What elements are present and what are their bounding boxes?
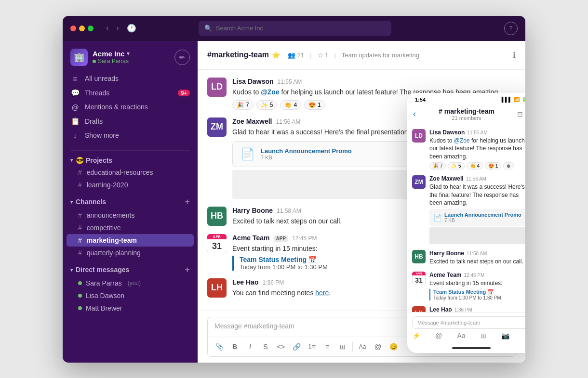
attachment-button[interactable]: 📎 (213, 340, 226, 353)
phone-status-bar: 1:54 ▌▌▌ 📶 🔋 (407, 93, 525, 104)
mention-button[interactable]: @ (371, 340, 385, 353)
chevron-icon: ▾ (70, 267, 73, 273)
projects-section-header[interactable]: ▾ 😎 Projects (67, 155, 194, 166)
sidebar-item-drafts[interactable]: 📋 Drafts (67, 114, 194, 129)
code-button[interactable]: <> (274, 340, 288, 353)
help-button[interactable]: ? (504, 22, 518, 35)
channels-section-header[interactable]: ▾ Channels + (67, 195, 194, 209)
threads-icon: 💬 (70, 89, 80, 97)
channel-topic: Team updates for marketing (342, 52, 419, 59)
phone-event-card[interactable]: Team Status Meeting 📅 Today from 1:00 PM… (429, 289, 525, 300)
phone-msg-author: Acme Team (429, 272, 461, 278)
minimize-button[interactable] (79, 26, 85, 31)
phone-text-icon[interactable]: Aa (457, 332, 465, 339)
phone-back-button[interactable]: ‹ (413, 109, 416, 119)
sidebar-item-all-unreads[interactable]: ≡ All unreads (67, 72, 194, 86)
phone-msg-text: Event starting in 15 minutes: (429, 279, 525, 287)
close-button[interactable] (70, 26, 76, 31)
link[interactable]: here (315, 289, 329, 297)
channel-item-quarterly-planning[interactable]: # quarterly-planning (67, 247, 194, 259)
sidebar-item-show-more[interactable]: ↓ Show more (67, 129, 194, 143)
maximize-button[interactable] (88, 26, 94, 31)
phone-send-icon[interactable]: ➤ (524, 332, 525, 339)
text-format-button[interactable]: Aa (356, 340, 369, 353)
phone-mention: @Zoe (454, 137, 470, 144)
hash-icon: # (78, 211, 82, 219)
phone-msg-header: Lee Hao 1:36 PM (429, 306, 525, 312)
sidebar-item-threads[interactable]: 💬 Threads 9+ (67, 86, 194, 100)
phone-reaction[interactable]: ✨ 5 (448, 162, 464, 169)
back-button[interactable]: ‹ (103, 22, 111, 35)
channel-item-marketing-team[interactable]: # marketing-team (67, 234, 194, 247)
unordered-list-button[interactable]: ≡ (321, 340, 334, 353)
link-button[interactable]: 🔗 (290, 340, 303, 353)
workspace-name[interactable]: Acme Inc ▾ (93, 50, 130, 58)
message-author: Lisa Dawson (232, 78, 274, 85)
phone-reaction[interactable]: ⊕ (503, 162, 514, 169)
star-icon[interactable]: ⭐ (272, 51, 280, 59)
hash-icon: # (78, 169, 82, 176)
avatar: LH (207, 278, 227, 298)
phone-event-title: Team Status Meeting 📅 (433, 289, 525, 295)
phone-attachment[interactable]: 📄 Launch Announcement Promo 7 KB (429, 209, 525, 226)
avatar: LD (207, 78, 227, 97)
phone-reaction[interactable]: 🎉 7 (429, 162, 446, 169)
sidebar-nav: ≡ All unreads 💬 Threads 9+ @ Mentions & … (63, 72, 198, 146)
all-unreads-icon: ≡ (70, 75, 80, 83)
phone-msg-header: Acme Team 12:45 PM (429, 272, 525, 278)
italic-button[interactable]: I (243, 340, 257, 353)
info-button[interactable]: ℹ (513, 51, 516, 60)
phone-reaction[interactable]: 😍 1 (485, 162, 501, 169)
sidebar: 🏢 Acme Inc ▾ Sara Parras ✏ (63, 41, 198, 363)
workspace-info: 🏢 Acme Inc ▾ Sara Parras (70, 49, 130, 66)
emoji-button[interactable]: 😊 (387, 340, 400, 353)
phone-message-row: APR 31 Acme Team 12:45 PM Event starting… (412, 272, 525, 300)
ordered-list-button[interactable]: 1≡ (305, 340, 319, 353)
phone-lightning-icon[interactable]: ⚡ (412, 332, 420, 339)
mention[interactable]: @Zoe (261, 88, 280, 96)
reaction-button[interactable]: 🎉 7 (232, 100, 254, 110)
compose-button[interactable]: ✏ (174, 50, 190, 65)
dm-section-header[interactable]: ▾ Direct messages + (67, 263, 194, 277)
reaction-button[interactable]: ✨ 5 (256, 100, 278, 110)
phone-reaction[interactable]: 👏 4 (467, 162, 483, 169)
phone-video-icon[interactable]: ⊡ (517, 110, 523, 118)
search-input[interactable] (216, 25, 386, 32)
phone-input-box[interactable]: Message #marketing-team (412, 316, 525, 329)
calendar-avatar: APR 31 (207, 234, 227, 253)
file-attachment[interactable]: 📄 Launch Announcement Promo 7 KB (232, 141, 425, 167)
drafts-icon: 📋 (70, 117, 80, 126)
add-channel-button[interactable]: + (185, 197, 190, 207)
bold-button[interactable]: B (228, 340, 241, 353)
quote-button[interactable]: ⊞ (336, 340, 349, 353)
channel-name: #marketing-team ⭐ (207, 51, 280, 59)
phone-mention-icon[interactable]: @ (435, 332, 442, 339)
history-button[interactable]: 🕐 (124, 22, 139, 35)
reaction-button[interactable]: 👏 4 (280, 100, 301, 110)
channel-item-educational-resources[interactable]: # educational-resources (67, 166, 194, 179)
calendar-day: 31 (207, 239, 227, 253)
search-bar[interactable]: 🔍 (199, 21, 391, 36)
phone-msg-header: Zoe Maxwell 11:56 AM (429, 175, 525, 182)
phone-plus-icon[interactable]: ⊞ (481, 332, 486, 339)
phone-msg-time: 11:56 AM (466, 176, 486, 182)
forward-button[interactable]: › (113, 22, 121, 35)
chevron-icon: ▾ (70, 157, 73, 163)
phone-event-time: Today from 1:00 PM to 1:30 PM (433, 295, 525, 300)
strikethrough-button[interactable]: S (259, 340, 272, 353)
dm-item-matt[interactable]: Matt Brewer (67, 302, 194, 314)
phone-camera-icon[interactable]: 📷 (501, 332, 509, 339)
message-time: 11:55 AM (278, 78, 302, 85)
phone-member-count: 21 members (420, 115, 513, 121)
channel-item-learning-2020[interactable]: # learning-2020 (67, 179, 194, 191)
sidebar-item-mentions[interactable]: @ Mentions & reactions (67, 100, 194, 114)
reaction-button[interactable]: 😍 1 (304, 100, 325, 110)
app-window: ‹ › 🕐 🔍 ? 🏢 Acme Inc ▾ (63, 16, 525, 363)
phone-avatar: HB (412, 250, 426, 263)
dm-item-sara[interactable]: Sara Parras (you) (67, 277, 194, 289)
channel-item-announcements[interactable]: # announcements (67, 209, 194, 222)
channel-item-competitive[interactable]: # competitive (67, 222, 194, 234)
dm-item-lisa[interactable]: Lisa Dawson (67, 289, 194, 302)
add-dm-button[interactable]: + (185, 265, 190, 275)
phone-message-row: LD Lisa Dawson 11:55 AM Kudos to @Zoe fo… (412, 129, 525, 169)
